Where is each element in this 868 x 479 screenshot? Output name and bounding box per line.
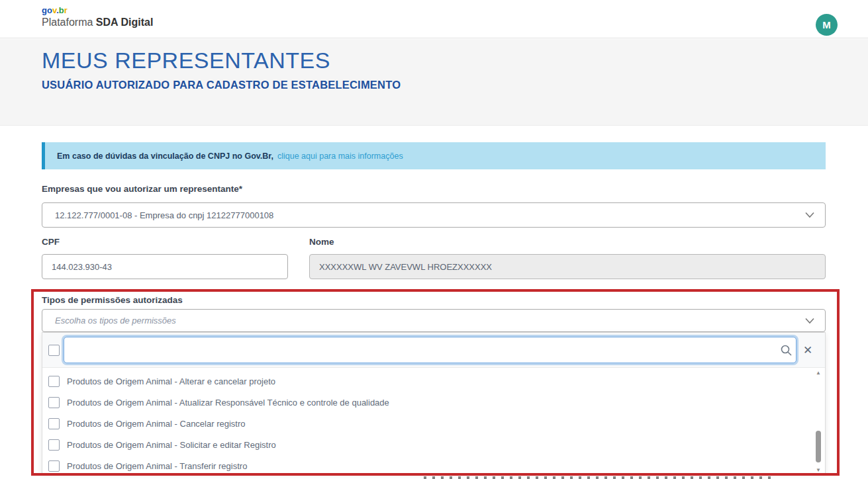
platform-brand: Plataforma SDA Digital <box>42 17 153 28</box>
chevron-down-icon <box>805 318 814 324</box>
page-title-band: MEUS REPRESENTANTES USUÁRIO AUTORIZADO P… <box>0 39 868 126</box>
brand-name: SDA Digital <box>96 17 154 28</box>
brand-prefix: Plataforma <box>42 17 96 28</box>
permissions-options-list: Produtos de Origem Animal - Alterar e ca… <box>42 368 825 473</box>
permissions-search-input[interactable] <box>64 337 796 363</box>
option-checkbox[interactable] <box>48 397 60 408</box>
clipped-bottom-text <box>424 476 775 479</box>
user-avatar[interactable]: M <box>816 14 838 36</box>
dropdown-search-row: ✕ <box>42 333 825 368</box>
govbr-wordmark: gov.br <box>42 6 153 15</box>
cpf-label: CPF <box>42 237 60 247</box>
banner-more-info-link[interactable]: clique aqui para mais informações <box>277 152 403 161</box>
option-label: Produtos de Origem Animal - Atualizar Re… <box>67 398 389 408</box>
logo-part-go: go <box>42 5 52 15</box>
close-icon[interactable]: ✕ <box>802 342 814 359</box>
cnpj-info-banner: Em caso de dúvidas da vinculação de CNPJ… <box>42 142 826 169</box>
company-select-label: Empresas que vou autorizar um representa… <box>42 184 242 194</box>
scroll-up-icon[interactable]: ▲ <box>814 370 822 376</box>
permissions-multiselect[interactable]: Escolha os tipos de permissões <box>42 309 826 332</box>
select-all-checkbox[interactable] <box>48 345 60 356</box>
govbr-logo: gov.br Plataforma SDA Digital <box>42 6 153 28</box>
option-row[interactable]: Produtos de Origem Animal - Alterar e ca… <box>42 370 804 392</box>
page-title: MEUS REPRESENTANTES <box>42 48 330 73</box>
option-checkbox[interactable] <box>48 418 60 429</box>
option-label: Produtos de Origem Animal - Solicitar e … <box>67 440 276 450</box>
permissions-label: Tipos de permissões autorizadas <box>42 295 183 305</box>
option-checkbox[interactable] <box>48 439 60 451</box>
screen: gov.br Plataforma SDA Digital M MEUS REP… <box>0 0 868 479</box>
option-label: Produtos de Origem Animal - Transferir r… <box>67 461 247 471</box>
logo-part-b: b <box>59 5 64 15</box>
option-row[interactable]: Produtos de Origem Animal - Solicitar e … <box>42 434 804 455</box>
option-row[interactable]: Produtos de Origem Animal - Transferir r… <box>42 455 804 476</box>
banner-text: Em caso de dúvidas da vinculação de CNPJ… <box>57 152 273 161</box>
chevron-down-icon <box>805 212 814 218</box>
option-checkbox[interactable] <box>48 460 60 472</box>
option-label: Produtos de Origem Animal - Cancelar reg… <box>67 419 246 429</box>
company-select-value: 12.122.777/0001-08 - Empresa do cnpj 121… <box>55 210 273 220</box>
app-header: gov.br Plataforma SDA Digital M <box>0 0 868 38</box>
page-subtitle: USUÁRIO AUTORIZADO PARA CADASTRO DE ESTA… <box>42 79 401 91</box>
scrollbar-thumb[interactable] <box>816 431 821 462</box>
option-row[interactable]: Produtos de Origem Animal - Cancelar reg… <box>42 413 804 434</box>
permissions-dropdown-panel: ✕ Produtos de Origem Animal - Alterar e … <box>42 332 826 473</box>
permissions-placeholder: Escolha os tipos de permissões <box>55 316 176 326</box>
nome-input-disabled <box>309 254 826 279</box>
nome-label: Nome <box>309 237 334 247</box>
company-select[interactable]: 12.122.777/0001-08 - Empresa do cnpj 121… <box>42 202 826 228</box>
cpf-input[interactable] <box>42 254 288 279</box>
scroll-down-icon[interactable]: ▼ <box>814 467 822 474</box>
options-scrollbar[interactable]: ▲ ▼ <box>814 370 822 474</box>
option-checkbox[interactable] <box>48 376 60 387</box>
option-label: Produtos de Origem Animal - Alterar e ca… <box>67 376 275 386</box>
option-row[interactable]: Produtos de Origem Animal - Atualizar Re… <box>42 392 804 413</box>
logo-part-r: r <box>64 5 68 15</box>
